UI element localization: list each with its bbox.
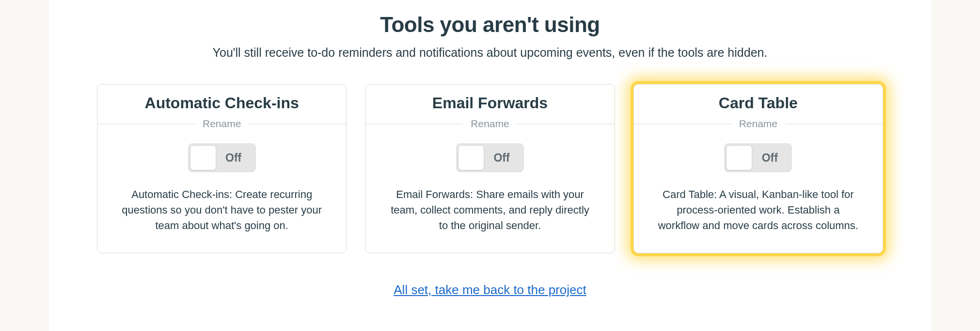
tool-title: Automatic Check-ins [112, 94, 332, 112]
tool-card-card-table: Card Table Rename Off Card Table: A visu… [633, 84, 883, 253]
tool-card-checkins: Automatic Check-ins Rename Off Automatic… [97, 84, 347, 253]
toggle-knob [458, 145, 484, 170]
tool-description: Card Table: A visual, Kanban-like tool f… [648, 187, 868, 233]
rename-link[interactable]: Rename [731, 118, 785, 130]
toggle-switch[interactable]: Off [724, 143, 792, 172]
rename-link[interactable]: Rename [463, 118, 517, 130]
rename-separator: Rename [634, 118, 883, 130]
rename-separator: Rename [97, 118, 346, 130]
tool-title: Email Forwards [380, 94, 600, 112]
back-to-project-link[interactable]: All set, take me back to the project [48, 282, 932, 298]
toggle-knob [726, 145, 752, 170]
toggle-label: Off [216, 151, 254, 165]
rename-link[interactable]: Rename [195, 118, 249, 130]
toggle-knob [190, 145, 216, 170]
toggle-switch[interactable]: Off [188, 143, 256, 172]
rename-separator: Rename [365, 118, 614, 130]
tool-description: Automatic Check-ins: Create recurring qu… [112, 187, 332, 233]
tool-card-email-forwards: Email Forwards Rename Off Email Forwards… [365, 84, 615, 253]
tools-grid: Automatic Check-ins Rename Off Automatic… [48, 84, 932, 253]
page-subtitle: You'll still receive to-do reminders and… [48, 46, 932, 60]
toggle-label: Off [752, 151, 790, 165]
page-title: Tools you aren't using [48, 13, 932, 37]
tool-title: Card Table [648, 94, 868, 112]
toggle-label: Off [484, 151, 522, 165]
tool-description: Email Forwards: Share emails with your t… [380, 187, 600, 233]
toggle-switch[interactable]: Off [456, 143, 524, 172]
